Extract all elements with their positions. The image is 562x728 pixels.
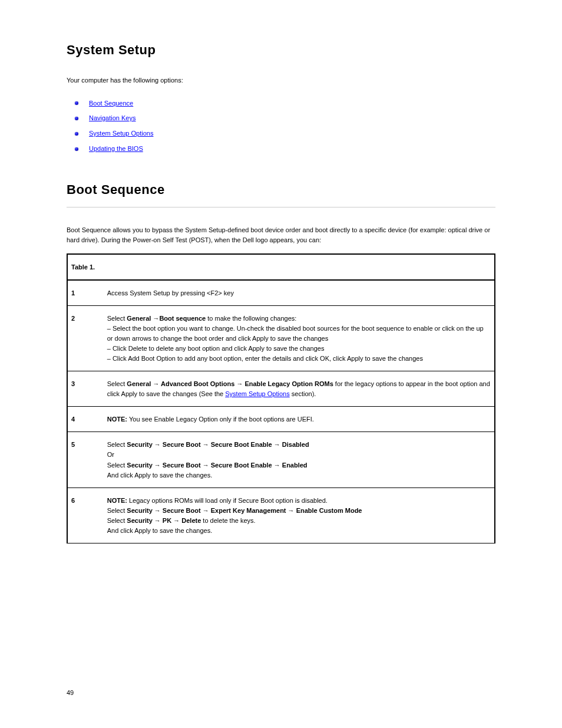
table-caption: Table 1. (67, 254, 104, 280)
bios-steps-table: Table 1. 1 Access System Setup by pressi… (67, 253, 495, 543)
step-label: 2 (67, 306, 104, 371)
arrow-icon: → (154, 507, 161, 514)
step-label: 4 (67, 407, 104, 432)
section-title: Boot Sequence (67, 182, 495, 197)
arrow-icon: → (153, 380, 159, 387)
table-row: 3 Select General → Advanced Boot Options… (67, 371, 495, 407)
table-row: 4 NOTE: You see Enable Legacy Option onl… (67, 407, 495, 432)
sub-line: Or (107, 450, 491, 460)
sub-line: – Select the boot option you want to cha… (107, 324, 491, 344)
table-row: 5 Select Security → Secure Boot → Secure… (67, 432, 495, 487)
sub-line: And click Apply to save the changes. (107, 526, 491, 536)
bullet-list: Boot Sequence Navigation Keys System Set… (67, 96, 495, 157)
sub-line: – Click Add Boot Option to add any boot … (107, 354, 491, 364)
arrow-icon: → (154, 517, 161, 524)
table-row: 1 Access System Setup by pressing <F2> k… (67, 280, 495, 306)
boot-sequence-link[interactable]: Boot Sequence (89, 100, 133, 107)
arrow-icon: → (274, 462, 280, 469)
intro-text: Your computer has the following options: (67, 75, 495, 85)
arrow-icon: → (154, 441, 161, 448)
arrow-icon: → (173, 517, 180, 524)
navigation-keys-link[interactable]: Navigation Keys (89, 114, 136, 121)
step-text: Select Security → Secure Boot → Secure B… (104, 432, 495, 487)
updating-the-bios-link[interactable]: Updating the BIOS (89, 145, 143, 152)
arrow-icon: → (288, 507, 295, 514)
arrow-icon: → (203, 507, 209, 514)
table-row: 6 NOTE: Legacy options ROMs will load on… (67, 487, 495, 543)
step-label: 6 (67, 487, 104, 543)
system-setup-options-link[interactable]: System Setup Options (89, 130, 153, 137)
step-text: NOTE: Legacy options ROMs will load only… (104, 487, 495, 543)
section-intro: Boot Sequence allows you to bypass the S… (67, 225, 495, 245)
sub-line: – Click Delete to delete any boot option… (107, 344, 491, 354)
arrow-icon: → (203, 462, 209, 469)
page-title: System Setup (67, 42, 495, 58)
step-text: Select General →Boot sequence to make th… (104, 306, 495, 371)
arrow-icon: → (236, 380, 243, 387)
arrow-icon: → (154, 462, 161, 469)
arrow-icon: → (274, 441, 280, 448)
step-text: Select General → Advanced Boot Options →… (104, 371, 495, 407)
divider (67, 207, 495, 207)
sub-line: And click Apply to save the changes. (107, 470, 491, 480)
step-text: Access System Setup by pressing <F2> key (104, 280, 495, 306)
step-label: 5 (67, 432, 104, 487)
step-text: NOTE: You see Enable Legacy Option only … (104, 407, 495, 432)
step-label: 1 (67, 280, 104, 306)
step-label: 3 (67, 371, 104, 407)
table-row: 2 Select General →Boot sequence to make … (67, 306, 495, 371)
page-number: 49 (67, 689, 74, 696)
arrow-icon: → (203, 441, 209, 448)
system-setup-options-inline-link[interactable]: System Setup Options (225, 390, 289, 397)
arrow-icon: → (153, 315, 159, 322)
